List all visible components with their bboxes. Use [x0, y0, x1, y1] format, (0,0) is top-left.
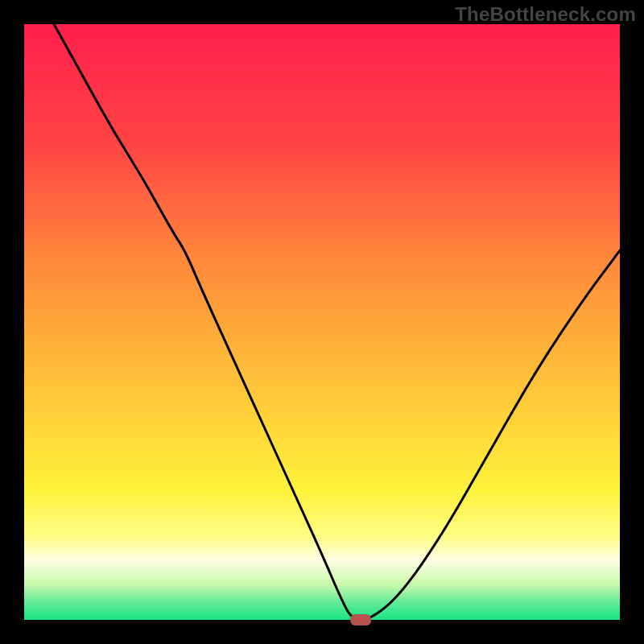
- bottleneck-marker: [350, 614, 371, 625]
- plot-background: [24, 24, 620, 620]
- bottleneck-chart: [0, 0, 644, 644]
- chart-container: TheBottleneck.com: [0, 0, 644, 644]
